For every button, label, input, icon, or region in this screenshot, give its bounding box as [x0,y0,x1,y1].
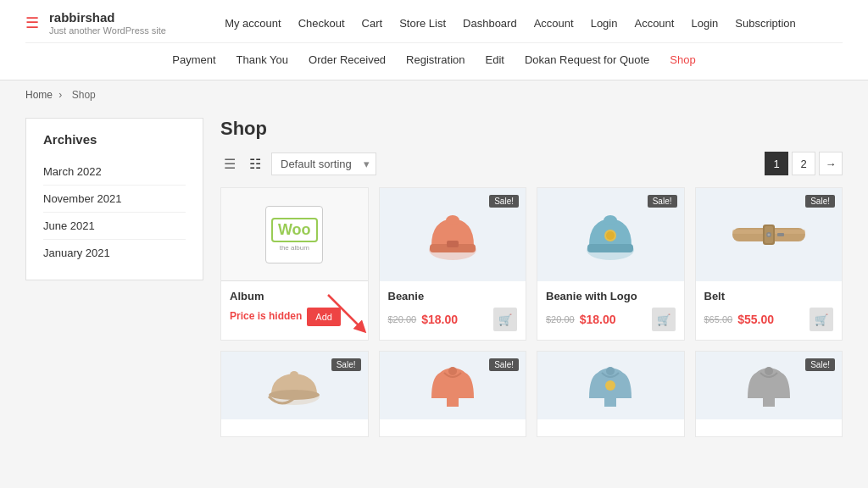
svg-rect-7 [587,244,633,252]
product-info-hoodie-gray [696,419,843,436]
sale-badge-hoodie-pink: Sale! [489,358,519,371]
nav-account-1[interactable]: Account [526,14,582,33]
product-card-cap: Sale! [220,351,369,437]
breadcrumb-separator: › [58,89,64,101]
archives-widget: Archives March 2022 November 2021 June 2… [25,118,203,280]
list-item: June 2021 [43,213,186,240]
product-info-beanie: Beanie $20.00 $18.00 🛒 [380,281,526,340]
product-card-belt: Sale! Belt $65.00 $55.00 [695,187,843,341]
svg-rect-17 [777,233,784,236]
bottom-navigation: Payment Thank You Order Received Registr… [162,50,705,69]
product-grid-row1: Woo the album Album Price is hidden Add [220,187,843,341]
svg-rect-25 [604,394,616,407]
sale-badge-beanie-logo: Sale! [648,195,677,208]
grid-view-icon[interactable]: ☷ [246,152,264,175]
nav-shop[interactable]: Shop [659,50,705,69]
archive-june-2021[interactable]: June 2021 [43,219,95,232]
product-image-album[interactable]: Woo the album [221,188,368,281]
list-view-icon[interactable]: ☰ [220,152,239,175]
nav-subscription[interactable]: Subscription [726,14,804,33]
svg-point-23 [606,367,615,375]
nav-store-list[interactable]: Store List [391,14,454,33]
nav-my-account[interactable]: My account [216,14,289,33]
svg-point-10 [604,215,617,225]
archive-jan-2021[interactable]: January 2021 [43,247,110,259]
sale-badge-cap: Sale! [331,358,361,371]
product-image-cap[interactable]: Sale! [221,352,368,419]
product-name-belt: Belt [704,290,834,302]
new-price-beanie: $18.00 [421,313,458,326]
new-price-beanie-logo: $18.00 [580,313,616,326]
svg-point-20 [290,371,298,378]
page-2-button[interactable]: 2 [792,152,815,175]
breadcrumb-home[interactable]: Home [25,89,53,101]
add-button-album[interactable]: Add [307,308,341,326]
nav-order-received[interactable]: Order Received [298,50,396,69]
widget-title: Archives [43,132,186,147]
product-card-hoodie-blue [537,351,685,437]
svg-point-16 [767,234,770,236]
nav-payment[interactable]: Payment [162,50,225,69]
nav-checkout[interactable]: Checkout [290,14,353,33]
svg-point-26 [765,367,773,375]
price-hidden-label: Price is hidden [230,310,302,324]
product-info-hoodie-blue [537,419,684,436]
nav-login-2[interactable]: Login [682,14,726,33]
product-image-hoodie-gray[interactable]: Sale! [696,352,843,419]
product-image-belt[interactable]: Sale! [696,188,843,281]
archive-nov-2021[interactable]: November 2021 [43,192,122,205]
product-name-beanie: Beanie [388,290,518,302]
pagination: 1 2 → [765,152,843,175]
svg-rect-22 [447,394,459,407]
svg-rect-27 [763,394,775,407]
svg-point-21 [448,367,457,375]
product-card-hoodie-gray: Sale! [695,351,843,437]
sidebar: Archives March 2022 November 2021 June 2… [25,118,203,437]
shop-content: Shop ☰ ☷ Default sorting 1 2 → [220,118,843,437]
nav-cart[interactable]: Cart [353,14,392,33]
cart-button-beanie-logo[interactable]: 🛒 [652,308,676,331]
nav-registration[interactable]: Registration [396,50,475,69]
belt-image [731,218,807,252]
product-name-beanie-logo: Beanie with Logo [546,290,676,302]
price-area-beanie: $20.00 $18.00 🛒 [388,308,518,331]
shop-title: Shop [220,118,843,140]
sort-select[interactable]: Default sorting [271,152,376,175]
woo-text: Woo [271,218,318,242]
old-price-beanie-logo: $20.00 [546,314,575,324]
nav-dashboard[interactable]: Dashboard [454,14,526,33]
product-image-hoodie-blue[interactable] [537,352,684,419]
breadcrumb: Home › Shop [0,80,868,109]
new-price-belt: $55.00 [737,313,774,326]
svg-point-24 [605,380,615,391]
site-tagline: Just another WordPress site [49,25,166,36]
breadcrumb-current: Shop [72,89,96,101]
cart-button-beanie[interactable]: 🛒 [493,308,517,331]
nav-account-2[interactable]: Account [626,14,682,33]
nav-dokan[interactable]: Dokan Request for Quote [515,50,659,69]
sort-wrapper: Default sorting [271,152,376,175]
product-info-album: Album Price is hidden Add [221,281,368,335]
archive-march-2022[interactable]: March 2022 [43,165,102,178]
page-next-button[interactable]: → [819,152,843,175]
product-image-beanie[interactable]: Sale! [380,188,526,281]
nav-login-1[interactable]: Login [582,14,626,33]
beanie-pink-image [423,203,482,267]
nav-thank-you[interactable]: Thank You [226,50,298,69]
product-image-beanie-logo[interactable]: Sale! [537,188,684,281]
old-price-beanie: $20.00 [388,314,417,324]
top-navigation: My account Checkout Cart Store List Dash… [178,14,843,33]
product-card-album: Woo the album Album Price is hidden Add [220,187,369,341]
cart-button-belt[interactable]: 🛒 [810,308,833,331]
page-1-button[interactable]: 1 [765,152,788,175]
svg-rect-4 [447,241,459,247]
price-area-album: Price is hidden Add [230,308,359,326]
old-price-belt: $65.00 [704,314,733,324]
product-info-cap [221,419,368,436]
price-area-beanie-logo: $20.00 $18.00 🛒 [546,308,676,331]
beanie-blue-image [581,203,640,267]
product-image-hoodie-pink[interactable]: Sale! [380,352,526,419]
hamburger-icon[interactable]: ☰ [25,14,39,32]
nav-edit[interactable]: Edit [475,50,514,69]
product-name-album: Album [230,290,359,302]
